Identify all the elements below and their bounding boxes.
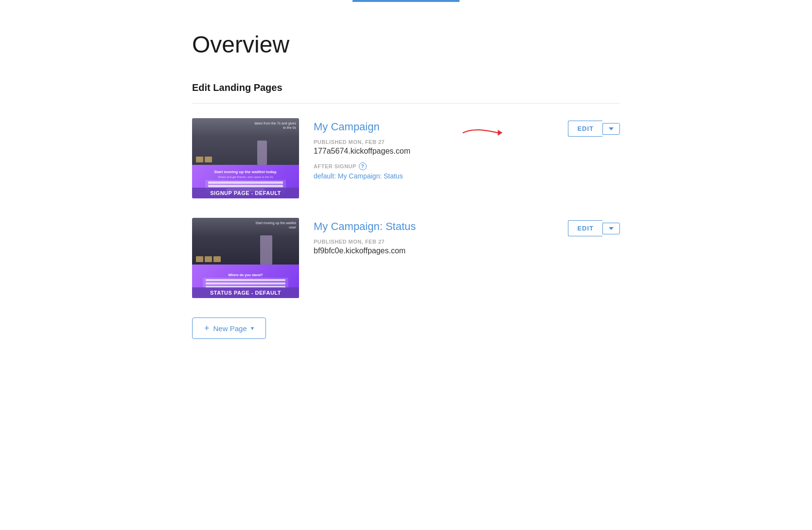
section-divider — [192, 103, 620, 104]
after-signup-value-1: default: My Campaign: Status — [314, 172, 568, 180]
landing-page-item-2: Start moving up the waitlist now! Where … — [192, 218, 620, 298]
page-info-2: My Campaign: Status PUBLISHED MON, FEB 2… — [314, 218, 568, 262]
edit-dropdown-1[interactable] — [602, 123, 620, 135]
plus-icon: + — [204, 324, 210, 333]
thumbnail-boxes-1 — [196, 157, 212, 162]
page-container: Overview Edit Landing Pages takes from t… — [114, 2, 698, 368]
svg-marker-0 — [498, 130, 503, 136]
published-label-1: PUBLISHED MON, FEB 27 — [314, 139, 568, 145]
landing-page-item: takes from the 7s and gives to the 0s St… — [192, 118, 620, 198]
new-page-arrow-icon: ▾ — [251, 325, 254, 332]
edit-btn-group-1: EDIT — [568, 121, 620, 137]
new-page-button[interactable]: + New Page ▾ — [192, 318, 266, 339]
page-info-1: My Campaign PUBLISHED MON, FEB 27 177a56… — [314, 118, 568, 180]
chevron-down-icon-2 — [609, 227, 614, 230]
page-url-2: bf9bfc0e.kickoffpages.com — [314, 247, 568, 255]
edit-dropdown-2[interactable] — [602, 223, 620, 234]
help-icon-1[interactable]: ? — [359, 162, 367, 170]
after-signup-label-1: AFTER SIGNUP ? — [314, 162, 568, 170]
thumbnail-overlay-text-1: takes from the 7s and gives to the 0s — [252, 121, 296, 130]
thumbnail-top-2: Start moving up the waitlist now! — [192, 218, 299, 265]
edit-button-2[interactable]: EDIT — [568, 220, 602, 236]
thumbnail-label-1: SIGNUP PAGE - DEFAULT — [192, 188, 299, 198]
thumbnail-figure-1 — [257, 141, 267, 165]
page-url-1: 177a5674.kickoffpages.com — [314, 147, 568, 156]
published-label-2: PUBLISHED MON, FEB 27 — [314, 239, 568, 245]
thumbnail-top-1: takes from the 7s and gives to the 0s — [192, 118, 299, 165]
page-title: Overview — [192, 31, 620, 58]
thumbnail-boxes-2 — [196, 256, 221, 262]
thumbnail-figure-2 — [260, 235, 272, 265]
page-name-2[interactable]: My Campaign: Status — [314, 220, 568, 233]
edit-btn-group-2: EDIT — [568, 220, 620, 236]
thumbnail-overlay-text-2: Start moving up the waitlist now! — [252, 221, 296, 230]
page-thumbnail-2: Start moving up the waitlist now! Where … — [192, 218, 299, 298]
arrow-annotation — [459, 123, 503, 142]
page-thumbnail-1: takes from the 7s and gives to the 0s St… — [192, 118, 299, 198]
page-name-1[interactable]: My Campaign — [314, 121, 568, 133]
thumbnail-label-2: STATUS PAGE - DEFAULT — [192, 287, 299, 298]
new-page-label: New Page — [213, 324, 247, 333]
edit-button-1[interactable]: EDIT — [568, 121, 602, 137]
chevron-down-icon-1 — [609, 127, 614, 130]
section-title: Edit Landing Pages — [192, 82, 620, 93]
arrow-svg — [459, 123, 503, 142]
